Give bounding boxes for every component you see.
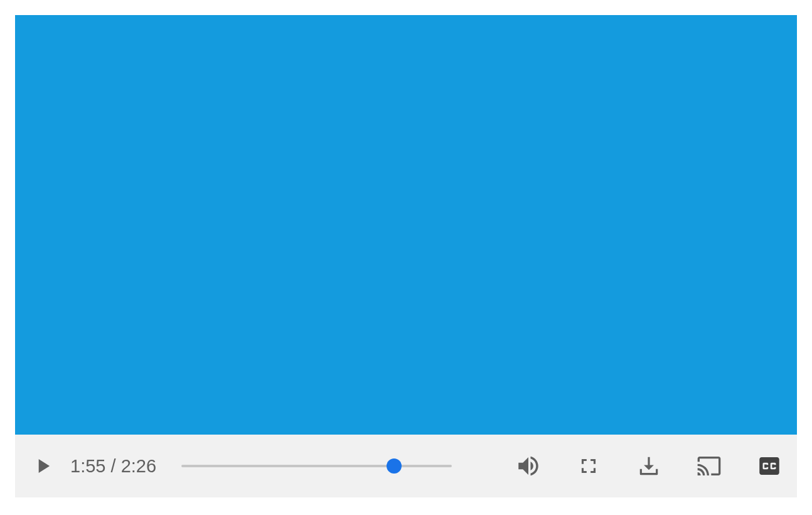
play-button[interactable] [28, 451, 58, 481]
volume-icon [515, 453, 542, 479]
download-button[interactable] [634, 451, 664, 481]
progress-track [181, 465, 452, 467]
download-icon [637, 454, 661, 478]
fullscreen-icon [577, 454, 601, 478]
video-viewport[interactable] [15, 15, 797, 435]
progress-slider[interactable] [181, 451, 452, 481]
current-time: 1:55 [70, 456, 105, 476]
time-separator: / [105, 456, 120, 476]
captions-icon [756, 453, 783, 479]
total-time: 2:26 [121, 456, 156, 476]
cast-button[interactable] [694, 451, 724, 481]
play-icon [31, 454, 55, 478]
video-controls-bar: 1:55 / 2:26 [15, 435, 797, 497]
captions-button[interactable] [754, 451, 784, 481]
progress-thumb[interactable] [387, 458, 402, 474]
volume-button[interactable] [513, 451, 543, 481]
fullscreen-button[interactable] [574, 451, 604, 481]
cast-icon [697, 453, 722, 479]
video-player: 1:55 / 2:26 [15, 15, 797, 497]
time-display: 1:55 / 2:26 [70, 456, 156, 477]
